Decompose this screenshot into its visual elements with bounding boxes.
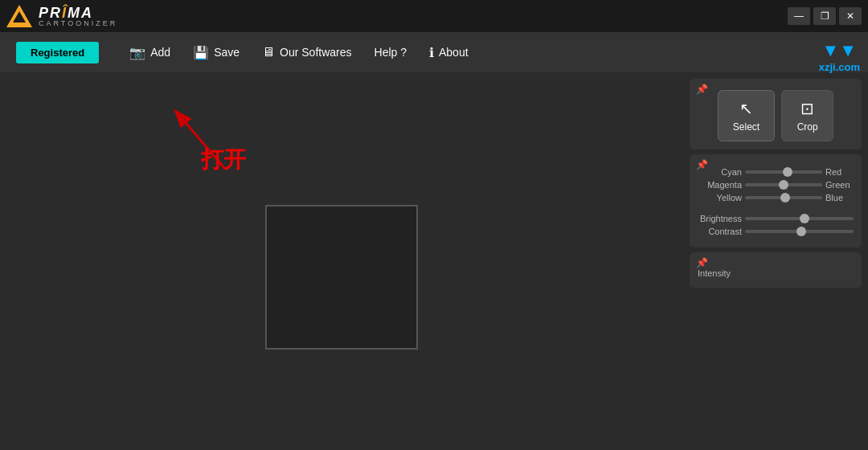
crop-icon: ⊡ (800, 99, 814, 118)
contrast-label: Contrast (698, 227, 742, 236)
softwares-icon: 🖥 (262, 45, 275, 59)
logo-text: PRÎMA CARTOONIZER (39, 6, 117, 27)
brightness-row: Brightness (698, 214, 854, 223)
pin-icon-2: 📌 (696, 159, 708, 170)
maximize-button[interactable]: ❐ (813, 7, 836, 25)
yellow-thumb[interactable] (780, 193, 790, 202)
yellow-slider[interactable] (745, 196, 822, 199)
title-bar: PRÎMA CARTOONIZER — ❐ ✕ (0, 0, 868, 32)
magenta-slider[interactable] (745, 183, 822, 186)
save-label: Save (214, 46, 240, 59)
logo-cartoonizer: CARTOONIZER (39, 20, 117, 27)
help-button[interactable]: Help ? (366, 41, 415, 63)
logo-triangle-icon (6, 5, 32, 27)
intensity-section: 📌 Intensity (690, 252, 862, 288)
magenta-row: Magenta Green (698, 180, 854, 190)
about-icon: ℹ (429, 45, 434, 60)
window-controls: — ❐ ✕ (788, 7, 862, 25)
cyan-slider[interactable] (745, 170, 822, 174)
add-button[interactable]: 📷 Add (121, 40, 178, 65)
red-label: Red (825, 167, 854, 177)
our-softwares-button[interactable]: 🖥 Our Softwares (254, 40, 359, 64)
brightness-slider[interactable] (745, 217, 854, 220)
select-label: Select (733, 121, 760, 133)
select-crop-section: 📌 ↖ Select ⊡ Crop (690, 79, 862, 149)
color-sliders: Cyan Red Magenta Green Yellow (698, 167, 854, 236)
save-icon: 💾 (193, 45, 209, 60)
minimize-button[interactable]: — (788, 7, 810, 25)
select-button[interactable]: ↖ Select (718, 90, 775, 141)
registered-badge: Registered (16, 42, 99, 63)
annotation: 打开 (161, 88, 257, 188)
main-content: 打开 📌 ↖ Select ⊡ Crop 📌 (0, 72, 868, 450)
watermark-text: xzji.com (819, 61, 860, 73)
contrast-row: Contrast (698, 227, 854, 236)
intensity-label: Intensity (698, 268, 731, 278)
arrow-svg (161, 88, 257, 185)
green-label: Green (825, 180, 854, 190)
color-sliders-section: 📌 Cyan Red Magenta Green Ye (690, 154, 862, 248)
blue-label: Blue (825, 193, 854, 202)
watermark-icon: ▼▼ (819, 40, 860, 61)
right-panel: 📌 ↖ Select ⊡ Crop 📌 Cyan (683, 72, 868, 450)
yellow-label: Yellow (698, 193, 742, 202)
close-button[interactable]: ✕ (839, 7, 862, 25)
cyan-thumb[interactable] (783, 167, 792, 177)
brightness-thumb[interactable] (800, 214, 809, 223)
canvas-area[interactable]: 打开 (0, 72, 683, 450)
watermark: ▼▼ xzji.com (819, 40, 860, 73)
contrast-slider[interactable] (745, 230, 854, 233)
about-button[interactable]: ℹ About (421, 40, 477, 65)
add-icon: 📷 (129, 45, 145, 60)
svg-line-1 (177, 112, 225, 169)
cyan-row: Cyan Red (698, 167, 854, 177)
magenta-label: Magenta (698, 180, 742, 190)
tool-buttons: ↖ Select ⊡ Crop (698, 90, 854, 141)
canvas-placeholder (265, 205, 418, 350)
add-label: Add (150, 46, 170, 59)
annotation-text: 打开 (201, 145, 246, 175)
magenta-thumb[interactable] (779, 180, 788, 190)
save-button[interactable]: 💾 Save (185, 40, 248, 65)
select-icon: ↖ (739, 99, 753, 118)
crop-label: Crop (797, 121, 818, 133)
logo-area: PRÎMA CARTOONIZER (6, 5, 117, 27)
help-label: Help ? (375, 46, 407, 59)
about-label: About (439, 46, 469, 59)
toolbar: Registered 📷 Add 💾 Save 🖥 Our Softwares … (0, 32, 868, 72)
pin-icon: 📌 (696, 84, 708, 95)
logo-prima: PRÎMA (39, 6, 117, 20)
yellow-row: Yellow Blue (698, 193, 854, 202)
brightness-label: Brightness (698, 214, 742, 223)
pin-icon-3: 📌 (696, 257, 708, 268)
our-softwares-label: Our Softwares (280, 46, 351, 59)
contrast-thumb[interactable] (796, 227, 806, 236)
crop-button[interactable]: ⊡ Crop (781, 90, 833, 141)
